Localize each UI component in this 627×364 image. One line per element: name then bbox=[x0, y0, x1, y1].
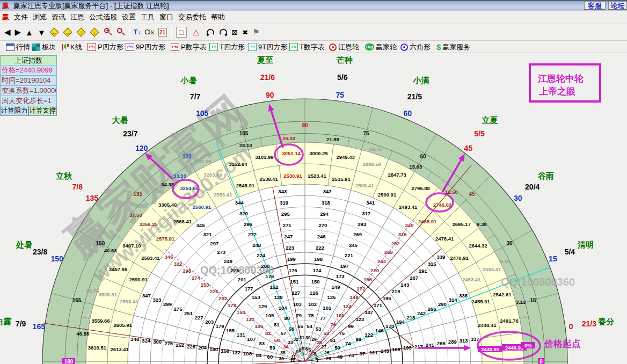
svg-text:2605.91: 2605.91 bbox=[113, 322, 132, 328]
svg-text:7/7: 7/7 bbox=[190, 92, 201, 101]
svg-text:147: 147 bbox=[364, 309, 373, 315]
svg-text:165: 165 bbox=[33, 322, 46, 331]
svg-text:337: 337 bbox=[471, 336, 479, 342]
svg-text:30: 30 bbox=[514, 194, 522, 202]
svg-text:248: 248 bbox=[252, 242, 261, 248]
svg-text:265: 265 bbox=[437, 340, 446, 346]
svg-text:33.33: 33.33 bbox=[173, 173, 186, 179]
svg-text:225: 225 bbox=[231, 267, 240, 273]
svg-text:204: 204 bbox=[198, 345, 207, 351]
svg-text:266: 266 bbox=[428, 306, 436, 312]
svg-text:197: 197 bbox=[340, 263, 349, 269]
svg-text:199: 199 bbox=[287, 256, 296, 262]
svg-text:35: 35 bbox=[280, 350, 286, 355]
svg-text:313: 313 bbox=[460, 338, 468, 344]
svg-text:346: 346 bbox=[165, 254, 173, 260]
svg-text:128: 128 bbox=[274, 294, 283, 300]
svg-text:2545.91: 2545.91 bbox=[236, 183, 255, 188]
svg-text:129: 129 bbox=[258, 303, 267, 309]
svg-text:26: 26 bbox=[324, 350, 330, 355]
svg-text:102: 102 bbox=[308, 301, 317, 307]
svg-text:3356.25: 3356.25 bbox=[139, 221, 158, 227]
svg-text:275: 275 bbox=[174, 306, 183, 312]
svg-text:219: 219 bbox=[392, 288, 400, 294]
svg-text:立秋: 立秋 bbox=[55, 171, 72, 180]
svg-text:3407.10: 3407.10 bbox=[122, 243, 141, 249]
svg-text:清明: 清明 bbox=[577, 240, 594, 249]
svg-text:269: 269 bbox=[353, 231, 362, 237]
svg-text:296: 296 bbox=[244, 221, 252, 227]
svg-text:84: 84 bbox=[256, 352, 262, 358]
svg-text:299: 299 bbox=[163, 301, 172, 307]
svg-text:324: 324 bbox=[142, 338, 151, 344]
svg-text:59: 59 bbox=[269, 345, 275, 351]
svg-text:2796.88: 2796.88 bbox=[411, 185, 429, 191]
svg-text:99: 99 bbox=[348, 323, 354, 329]
svg-text:29: 29 bbox=[311, 337, 317, 342]
svg-text:QQ:100800360: QQ:100800360 bbox=[501, 276, 575, 288]
svg-text:25.00: 25.00 bbox=[282, 135, 295, 141]
svg-text:3508.81: 3508.81 bbox=[98, 292, 117, 297]
svg-text:5/5: 5/5 bbox=[474, 129, 485, 138]
svg-text:178: 178 bbox=[228, 302, 236, 308]
svg-text:4: 4 bbox=[311, 349, 314, 354]
svg-text:291: 291 bbox=[419, 268, 428, 274]
svg-text:342: 342 bbox=[323, 188, 332, 194]
svg-text:芒种: 芒种 bbox=[336, 55, 353, 64]
svg-text:3203.69: 3203.69 bbox=[203, 172, 222, 178]
svg-text:245: 245 bbox=[349, 242, 358, 248]
svg-text:318: 318 bbox=[322, 200, 330, 206]
svg-text:246: 246 bbox=[317, 234, 326, 239]
svg-text:271: 271 bbox=[283, 222, 292, 228]
svg-text:276: 276 bbox=[164, 340, 173, 346]
svg-text:79: 79 bbox=[296, 312, 302, 318]
svg-text:201: 201 bbox=[238, 276, 247, 282]
svg-text:151: 151 bbox=[290, 279, 299, 285]
svg-text:135: 135 bbox=[86, 194, 99, 202]
svg-text:2538.41: 2538.41 bbox=[259, 176, 278, 182]
svg-text:夏至: 夏至 bbox=[257, 55, 273, 64]
svg-text:107: 107 bbox=[247, 336, 256, 342]
svg-text:145: 145 bbox=[381, 348, 390, 354]
svg-text:7: 7 bbox=[302, 346, 305, 352]
svg-text:135: 135 bbox=[134, 191, 143, 197]
svg-text:46.88: 46.88 bbox=[76, 331, 89, 337]
svg-text:154: 154 bbox=[237, 309, 246, 315]
svg-text:2493.41: 2493.41 bbox=[399, 204, 418, 210]
svg-text:200: 200 bbox=[261, 263, 269, 269]
svg-text:31: 31 bbox=[299, 335, 304, 340]
svg-text:127: 127 bbox=[291, 290, 300, 296]
svg-text:152: 152 bbox=[270, 284, 279, 290]
svg-text:3457.96: 3457.96 bbox=[109, 266, 127, 272]
svg-text:220: 220 bbox=[370, 267, 379, 273]
svg-text:50: 50 bbox=[334, 345, 340, 351]
svg-text:176: 176 bbox=[265, 273, 274, 279]
svg-text:75: 75 bbox=[339, 330, 345, 336]
svg-text:小满: 小满 bbox=[413, 76, 429, 85]
svg-text:春分: 春分 bbox=[597, 317, 614, 326]
svg-text:2598.41: 2598.41 bbox=[120, 299, 138, 304]
svg-text:28: 28 bbox=[317, 340, 322, 345]
svg-text:198: 198 bbox=[314, 256, 323, 262]
svg-text:15: 15 bbox=[549, 254, 557, 263]
svg-text:53: 53 bbox=[316, 326, 322, 332]
svg-text:74: 74 bbox=[345, 340, 351, 346]
svg-text:293: 293 bbox=[358, 221, 366, 227]
svg-text:2553.41: 2553.41 bbox=[214, 192, 232, 198]
svg-text:343: 343 bbox=[278, 188, 287, 194]
svg-text:2440.91: 2440.91 bbox=[481, 346, 500, 352]
svg-text:34: 34 bbox=[283, 344, 289, 350]
svg-text:153: 153 bbox=[252, 294, 260, 300]
svg-text:320: 320 bbox=[239, 210, 248, 216]
svg-text:292: 292 bbox=[391, 241, 400, 246]
svg-text:32: 32 bbox=[293, 337, 298, 342]
svg-text:25: 25 bbox=[326, 356, 331, 361]
svg-text:226: 226 bbox=[210, 288, 218, 294]
svg-text:121: 121 bbox=[369, 350, 378, 355]
svg-text:3051.14: 3051.14 bbox=[282, 150, 301, 156]
svg-text:21/5: 21/5 bbox=[407, 92, 422, 101]
svg-text:2470.91: 2470.91 bbox=[450, 255, 469, 261]
svg-text:2575.91: 2575.91 bbox=[156, 236, 175, 242]
svg-text:170: 170 bbox=[385, 323, 394, 329]
svg-text:155: 155 bbox=[226, 327, 235, 333]
